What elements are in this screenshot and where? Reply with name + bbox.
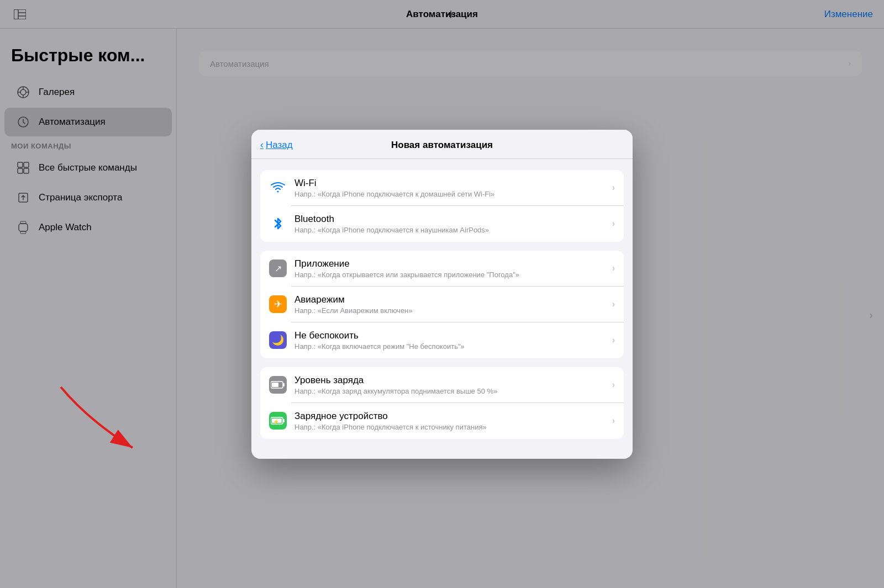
app-text: Приложение Напр.: «Когда открывается или… [294, 258, 604, 279]
battery-icon [269, 376, 287, 394]
wifi-subtitle: Напр.: «Когда iPhone подключается к дома… [294, 190, 604, 198]
bluetooth-chevron-icon: › [612, 219, 615, 229]
airplane-title: Авиарежим [294, 294, 604, 305]
charger-text: Зарядное устройство Напр.: «Когда iPhone… [294, 411, 604, 431]
wifi-icon [269, 179, 287, 197]
svg-rect-22 [272, 383, 278, 387]
list-item-dnd[interactable]: 🌙 Не беспокоить Напр.: «Когда включается… [260, 322, 624, 358]
dnd-text: Не беспокоить Напр.: «Когда включается р… [294, 330, 604, 351]
dnd-title: Не беспокоить [294, 330, 604, 341]
wifi-chevron-icon: › [612, 183, 615, 193]
charger-subtitle: Напр.: «Когда iPhone подключается к исто… [294, 423, 604, 431]
modal-container: ‹ Назад Новая автоматизация [251, 130, 633, 459]
dnd-subtitle: Напр.: «Когда включается режим "Не беспо… [294, 342, 604, 351]
app-chevron-icon: › [612, 263, 615, 273]
section-network: Wi-Fi Напр.: «Когда iPhone подключается … [260, 170, 624, 242]
list-item-airplane[interactable]: ✈ Авиарежим Напр.: «Если Авиарежим включ… [260, 287, 624, 322]
wifi-text: Wi-Fi Напр.: «Когда iPhone подключается … [294, 178, 604, 198]
battery-subtitle: Напр.: «Когда заряд аккумулятора поднима… [294, 387, 604, 395]
bluetooth-title: Bluetooth [294, 214, 604, 225]
charger-icon: ⚡ [269, 412, 287, 430]
list-item-app[interactable]: ↗ Приложение Напр.: «Когда открывается и… [260, 251, 624, 287]
app-subtitle: Напр.: «Когда открывается или закрываетс… [294, 271, 604, 279]
list-item-bluetooth[interactable]: Bluetooth Напр.: «Когда iPhone подключае… [260, 206, 624, 242]
airplane-subtitle: Напр.: «Если Авиарежим включен» [294, 306, 604, 315]
svg-rect-21 [283, 383, 285, 386]
list-item-charger[interactable]: ⚡ Зарядное устройство Напр.: «Когда iPho… [260, 403, 624, 439]
modal-header: ‹ Назад Новая автоматизация [251, 130, 633, 159]
app-icon-inner: ↗ [275, 263, 282, 274]
wifi-title: Wi-Fi [294, 178, 604, 189]
svg-rect-24 [283, 419, 285, 422]
svg-text:⚡: ⚡ [273, 419, 280, 425]
modal-back-button[interactable]: ‹ Назад [260, 139, 293, 151]
list-item-wifi[interactable]: Wi-Fi Напр.: «Когда iPhone подключается … [260, 170, 624, 206]
bluetooth-subtitle: Напр.: «Когда iPhone подключается к науш… [294, 226, 604, 234]
battery-text: Уровень заряда Напр.: «Когда заряд аккум… [294, 375, 604, 395]
app-icon: ↗ [269, 259, 287, 277]
battery-chevron-icon: › [612, 380, 615, 390]
section-device: ↗ Приложение Напр.: «Когда открывается и… [260, 251, 624, 358]
airplane-chevron-icon: › [612, 299, 615, 309]
modal-body: Wi-Fi Напр.: «Когда iPhone подключается … [251, 159, 633, 459]
airplane-icon: ✈ [269, 295, 287, 313]
modal-title: Новая автоматизация [391, 140, 493, 151]
airplane-text: Авиарежим Напр.: «Если Авиарежим включен… [294, 294, 604, 315]
back-chevron-icon: ‹ [260, 139, 264, 151]
bluetooth-icon [269, 215, 287, 232]
app-title: Приложение [294, 258, 604, 269]
charger-title: Зарядное устройство [294, 411, 604, 422]
moon-icon-glyph: 🌙 [272, 334, 284, 346]
modal-back-label: Назад [266, 140, 293, 151]
list-item-battery[interactable]: Уровень заряда Напр.: «Когда заряд аккум… [260, 367, 624, 403]
battery-title: Уровень заряда [294, 375, 604, 386]
dnd-icon: 🌙 [269, 331, 287, 349]
airplane-icon-glyph: ✈ [274, 298, 282, 310]
charger-chevron-icon: › [612, 416, 615, 426]
section-power: Уровень заряда Напр.: «Когда заряд аккум… [260, 367, 624, 439]
modal-overlay[interactable]: ‹ Назад Новая автоматизация [0, 0, 884, 588]
bluetooth-text: Bluetooth Напр.: «Когда iPhone подключае… [294, 214, 604, 234]
dnd-chevron-icon: › [612, 335, 615, 345]
